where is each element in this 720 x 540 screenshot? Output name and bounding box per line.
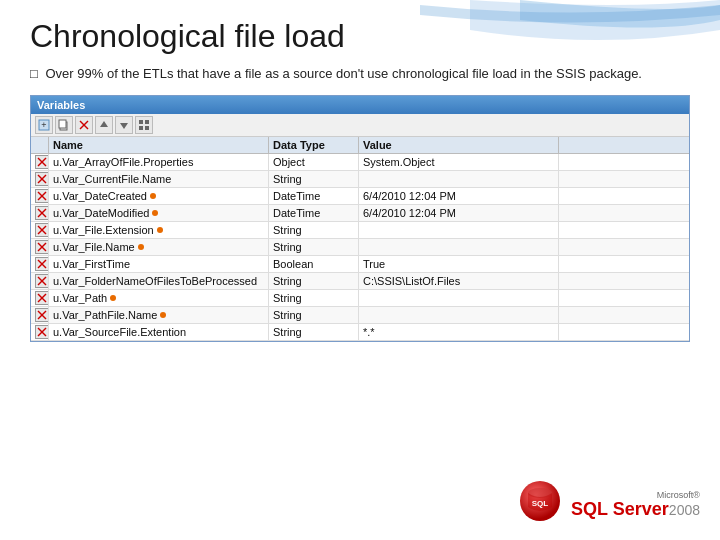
sql-brand: SQL Server (571, 499, 669, 519)
svg-marker-6 (100, 121, 108, 127)
table-body: u.Var_ArrayOfFile.PropertiesObjectSystem… (31, 154, 689, 341)
svg-marker-7 (120, 123, 128, 129)
toolbar-down-btn[interactable] (115, 116, 133, 134)
row-icon-cell (31, 307, 49, 323)
table-row: u.Var_FirstTimeBooleanTrue (31, 256, 689, 273)
row-value-cell: 6/4/2010 12:04 PM (359, 188, 559, 204)
row-datatype-cell: String (269, 307, 359, 323)
row-icon (35, 257, 49, 271)
row-name-cell: u.Var_FirstTime (49, 256, 269, 272)
row-datatype-cell: String (269, 239, 359, 255)
variables-title: Variables (37, 99, 85, 111)
svg-rect-10 (139, 126, 143, 130)
row-name-cell: u.Var_PathFile.Name (49, 307, 269, 323)
row-icon-cell (31, 256, 49, 272)
row-icon-cell (31, 273, 49, 289)
svg-text:+: + (41, 120, 46, 130)
toolbar-up-btn[interactable] (95, 116, 113, 134)
row-datatype-cell: DateTime (269, 205, 359, 221)
row-datatype-cell: Boolean (269, 256, 359, 272)
row-name-cell: u.Var_ArrayOfFile.Properties (49, 154, 269, 170)
row-icon-cell (31, 290, 49, 306)
variables-toolbar: + (31, 114, 689, 137)
row-value-cell (359, 239, 559, 255)
row-name-cell: u.Var_Path (49, 290, 269, 306)
row-icon-cell (31, 205, 49, 221)
row-icon (35, 155, 49, 169)
dot-indicator (160, 312, 166, 318)
col-name: Name (49, 137, 269, 153)
table-header: Name Data Type Value (31, 137, 689, 154)
svg-rect-3 (59, 120, 66, 128)
svg-rect-11 (145, 126, 149, 130)
row-icon (35, 223, 49, 237)
toolbar-delete-btn[interactable] (75, 116, 93, 134)
row-value-cell (359, 222, 559, 238)
sql-server-icon: SQL (518, 479, 563, 528)
dot-indicator (138, 244, 144, 250)
row-name-cell: u.Var_FolderNameOfFilesToBeProcessed (49, 273, 269, 289)
svg-rect-9 (145, 120, 149, 124)
row-name-cell: u.Var_CurrentFile.Name (49, 171, 269, 187)
row-name-cell: u.Var_SourceFile.Extention (49, 324, 269, 340)
row-icon (35, 172, 49, 186)
table-row: u.Var_File.NameString (31, 239, 689, 256)
row-icon (35, 291, 49, 305)
row-name-cell: u.Var_DateCreated (49, 188, 269, 204)
row-icon-cell (31, 239, 49, 255)
table-row: u.Var_SourceFile.ExtentionString*.* (31, 324, 689, 341)
row-name-cell: u.Var_DateModified (49, 205, 269, 221)
row-value-cell: C:\SSIS\ListOf.Files (359, 273, 559, 289)
table-row: u.Var_ArrayOfFile.PropertiesObjectSystem… (31, 154, 689, 171)
row-datatype-cell: Object (269, 154, 359, 170)
row-icon (35, 325, 49, 339)
table-row: u.Var_FolderNameOfFilesToBeProcessedStri… (31, 273, 689, 290)
toolbar-copy-btn[interactable] (55, 116, 73, 134)
svg-rect-8 (139, 120, 143, 124)
table-row: u.Var_CurrentFile.NameString (31, 171, 689, 188)
toolbar-add-btn[interactable]: + (35, 116, 53, 134)
col-icon (31, 137, 49, 153)
row-value-cell: System.Object (359, 154, 559, 170)
table-row: u.Var_PathFile.NameString (31, 307, 689, 324)
row-icon-cell (31, 171, 49, 187)
row-datatype-cell: String (269, 290, 359, 306)
row-icon-cell (31, 154, 49, 170)
row-icon-cell (31, 222, 49, 238)
col-value: Value (359, 137, 559, 153)
sql-server-logo: SQL Microsoft® SQL Server2008 (518, 479, 700, 528)
row-icon (35, 240, 49, 254)
bullet-icon: □ (30, 66, 38, 81)
variables-title-bar: Variables (31, 96, 689, 114)
subtitle: □ Over 99% of the ETLs that have a file … (30, 65, 690, 83)
row-icon-cell (31, 324, 49, 340)
row-icon (35, 308, 49, 322)
dot-indicator (157, 227, 163, 233)
page-title: Chronological file load (30, 18, 690, 55)
col-datatype: Data Type (269, 137, 359, 153)
row-value-cell (359, 171, 559, 187)
row-datatype-cell: String (269, 222, 359, 238)
table-row: u.Var_DateModifiedDateTime6/4/2010 12:04… (31, 205, 689, 222)
sql-year: 2008 (669, 502, 700, 518)
dot-indicator (152, 210, 158, 216)
row-name-cell: u.Var_File.Name (49, 239, 269, 255)
row-value-cell: True (359, 256, 559, 272)
toolbar-grid-btn[interactable] (135, 116, 153, 134)
table-row: u.Var_File.ExtensionString (31, 222, 689, 239)
row-value-cell (359, 307, 559, 323)
row-name-cell: u.Var_File.Extension (49, 222, 269, 238)
row-datatype-cell: DateTime (269, 188, 359, 204)
svg-text:SQL: SQL (532, 499, 549, 508)
row-icon-cell (31, 188, 49, 204)
table-row: u.Var_PathString (31, 290, 689, 307)
row-datatype-cell: String (269, 324, 359, 340)
main-content: Chronological file load □ Over 99% of th… (0, 0, 720, 352)
row-value-cell: 6/4/2010 12:04 PM (359, 205, 559, 221)
dot-indicator (150, 193, 156, 199)
row-datatype-cell: String (269, 273, 359, 289)
variables-panel: Variables + Name (30, 95, 690, 342)
row-icon (35, 189, 49, 203)
subtitle-text: Over 99% of the ETLs that have a file as… (45, 66, 642, 81)
row-datatype-cell: String (269, 171, 359, 187)
